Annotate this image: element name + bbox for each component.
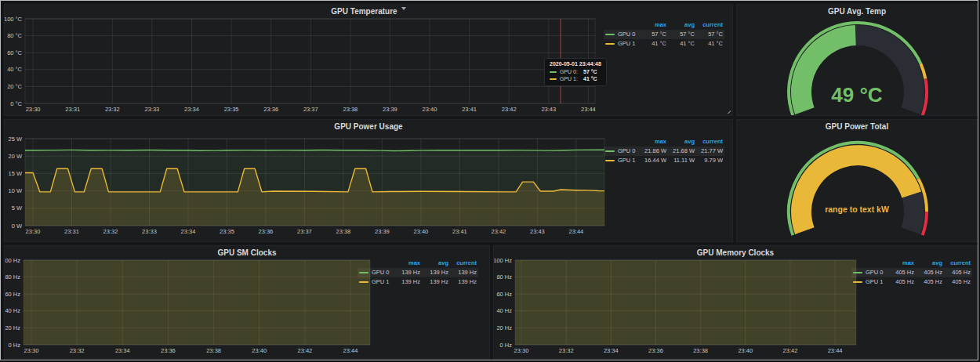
panel-title-text: GPU Temperature — [331, 7, 397, 16]
legend-col-avg[interactable]: avg — [914, 259, 942, 268]
svg-text:23:43: 23:43 — [530, 228, 545, 235]
svg-text:23:36: 23:36 — [161, 347, 176, 354]
panel-title-gpu-power-usage[interactable]: GPU Power Usage — [5, 122, 732, 131]
series-color-dash — [605, 34, 615, 35]
svg-text:40 Hz: 40 Hz — [496, 307, 512, 314]
svg-text:40 Hz: 40 Hz — [5, 307, 20, 314]
panel-gpu-memory-clocks: GPU Memory Clocks 0 Hz20 Hz40 Hz60 Hz80 … — [493, 245, 978, 360]
legend-row-gpu1[interactable]: GPU 1 16.44 W 11.11 W 9.79 W — [604, 156, 724, 165]
svg-text:23:40: 23:40 — [738, 347, 753, 354]
svg-text:23:38: 23:38 — [206, 347, 221, 354]
svg-text:20 W: 20 W — [8, 153, 22, 160]
grafana-dashboard: GPU Temperature 0 °C20 °C40 °C60 °C80 °C… — [0, 0, 978, 360]
legend-col-max[interactable]: max — [638, 137, 666, 147]
panel-title-gpu-memory-clocks[interactable]: GPU Memory Clocks — [494, 248, 977, 257]
tooltip-row-gpu1: GPU 1: 41 °C — [550, 75, 601, 82]
gauge-value: 49 °C — [737, 83, 977, 107]
svg-text:23:44: 23:44 — [569, 228, 584, 235]
series-area-gpu0 — [24, 246, 370, 345]
series-area-gpu0 — [25, 150, 604, 226]
svg-text:60 Hz: 60 Hz — [496, 291, 512, 298]
legend-col-avg[interactable]: avg — [420, 259, 448, 268]
gauge-threshold-ring — [920, 63, 925, 78]
svg-text:60 °C: 60 °C — [7, 49, 22, 56]
legend-col-max[interactable]: max — [392, 259, 420, 268]
legend-header-row: max avg current — [851, 259, 972, 268]
legend-col-current[interactable]: current — [448, 259, 477, 268]
legend-row-gpu0[interactable]: GPU 0 21.86 W 21.68 W 21.77 W — [604, 147, 724, 156]
svg-text:60 Hz: 60 Hz — [5, 291, 20, 298]
panel-title-gpu-power-total[interactable]: GPU Power Total — [737, 122, 977, 131]
series-area-gpu1 — [515, 246, 856, 345]
svg-text:23:32: 23:32 — [105, 106, 120, 113]
svg-text:23:34: 23:34 — [181, 228, 196, 235]
legend-table: max avg current GPU 0 57 °C 57 °C 57 °C … — [604, 20, 724, 49]
svg-text:23:36: 23:36 — [259, 228, 274, 235]
svg-text:23:30: 23:30 — [24, 347, 39, 354]
svg-text:23:32: 23:32 — [559, 347, 574, 354]
legend-row-gpu1[interactable]: GPU 1 41 °C 41 °C 41 °C — [604, 39, 724, 49]
legend-header-row: max avg current — [604, 137, 724, 147]
svg-text:23:30: 23:30 — [26, 228, 41, 235]
panel-title-text: GPU Power Total — [826, 122, 888, 131]
panel-resize-handle[interactable] — [725, 108, 731, 114]
legend-col-current[interactable]: current — [695, 137, 723, 147]
panel-title-text: GPU Memory Clocks — [697, 248, 774, 257]
svg-text:23:30: 23:30 — [26, 106, 41, 113]
svg-text:23:38: 23:38 — [343, 106, 358, 113]
svg-text:23:30: 23:30 — [514, 347, 529, 354]
series-color-dash — [550, 71, 557, 73]
svg-text:40 °C: 40 °C — [7, 66, 22, 73]
legend-row-gpu0[interactable]: GPU 0 405 Hz 405 Hz 405 Hz — [851, 268, 972, 277]
panel-gpu-avg-temp: GPU Avg. Temp 49 °C — [736, 4, 978, 116]
panel-title-gpu-avg-temp[interactable]: GPU Avg. Temp — [737, 7, 977, 16]
svg-text:0 W: 0 W — [12, 223, 23, 230]
panel-gpu-power-usage: GPU Power Usage 0 W5 W10 W15 W20 W25 W23… — [4, 119, 733, 242]
panel-title-text: GPU Power Usage — [334, 122, 402, 131]
panel-title-gpu-temperature[interactable]: GPU Temperature — [5, 7, 732, 16]
legend-row-gpu0[interactable]: GPU 0 57 °C 57 °C 57 °C — [604, 30, 724, 39]
svg-text:23:35: 23:35 — [220, 228, 234, 235]
panel-gpu-sm-clocks: GPU SM Clocks 0 Hz20 Hz40 Hz60 Hz80 Hz10… — [4, 245, 490, 360]
svg-text:23:41: 23:41 — [462, 106, 477, 113]
gauge-value: range to text kW — [737, 205, 977, 214]
gauge-gpu-avg-temp — [737, 5, 977, 115]
panel-title-gpu-sm-clocks[interactable]: GPU SM Clocks — [5, 248, 489, 257]
gauge-threshold-ring — [789, 143, 918, 235]
panel-title-text: GPU Avg. Temp — [828, 7, 886, 16]
svg-text:23:33: 23:33 — [145, 106, 160, 113]
svg-text:23:34: 23:34 — [115, 347, 130, 354]
svg-text:100 Hz: 100 Hz — [494, 257, 512, 264]
svg-text:20 Hz: 20 Hz — [496, 324, 512, 331]
graph-tooltip: 2020-05-01 23:44:48 GPU 0: 57 °C GPU 1: … — [544, 58, 607, 86]
svg-text:20 Hz: 20 Hz — [5, 324, 20, 331]
gauge-fill — [801, 35, 855, 111]
series-color-dash — [359, 272, 368, 273]
series-area-gpu1 — [24, 246, 370, 345]
svg-text:23:37: 23:37 — [297, 228, 312, 235]
series-area-gpu1 — [25, 168, 604, 226]
svg-text:23:42: 23:42 — [502, 106, 517, 113]
svg-text:23:42: 23:42 — [492, 228, 506, 235]
legend-col-avg[interactable]: avg — [666, 20, 695, 30]
legend-row-gpu1[interactable]: GPU 1 139 Hz 139 Hz 139 Hz — [358, 277, 478, 287]
svg-text:23:42: 23:42 — [783, 347, 798, 354]
gauge-threshold-ring — [923, 79, 927, 115]
legend-col-current[interactable]: current — [695, 20, 723, 30]
legend-col-current[interactable]: current — [942, 259, 971, 268]
svg-text:23:35: 23:35 — [224, 106, 239, 113]
svg-text:100 °C: 100 °C — [5, 16, 23, 23]
svg-text:80 °C: 80 °C — [7, 32, 22, 39]
legend-col-max[interactable]: max — [886, 259, 914, 268]
series-color-dash — [550, 78, 557, 80]
svg-text:23:34: 23:34 — [184, 106, 199, 113]
svg-text:5 W: 5 W — [12, 205, 23, 212]
svg-text:23:31: 23:31 — [64, 228, 79, 235]
svg-text:23:40: 23:40 — [414, 228, 429, 235]
legend-col-avg[interactable]: avg — [666, 137, 695, 147]
svg-text:23:31: 23:31 — [65, 106, 80, 113]
legend-row-gpu1[interactable]: GPU 1 405 Hz 405 Hz 405 Hz — [851, 277, 972, 287]
legend-header-row: max avg current — [604, 20, 724, 30]
legend-row-gpu0[interactable]: GPU 0 139 Hz 139 Hz 139 Hz — [358, 268, 478, 277]
legend-col-max[interactable]: max — [638, 20, 666, 30]
